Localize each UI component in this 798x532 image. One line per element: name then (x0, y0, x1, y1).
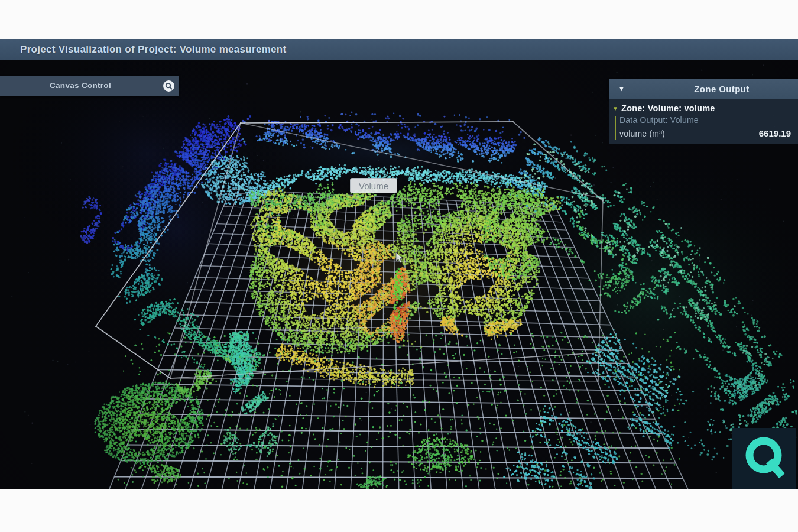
zone-row[interactable]: ▼ Zone: Volume: volume (612, 103, 792, 113)
zone-accent-line (615, 116, 616, 140)
zone-output-body: ▼ Zone: Volume: volume Data Output: Volu… (609, 99, 798, 144)
magnifier-icon[interactable] (163, 80, 174, 92)
volume-zone-tag[interactable]: Volume (350, 178, 397, 193)
metric-value: 6619.19 (759, 128, 792, 138)
canvas-control-label: Canvas Control (50, 81, 111, 90)
metric-label: volume (m³) (619, 129, 665, 138)
zone-output-panel: ▼ Zone Output ▼ Zone: Volume: volume Dat… (609, 79, 798, 144)
zone-output-header[interactable]: ▼ Zone Output (609, 79, 798, 99)
brand-logo (732, 428, 796, 489)
mouse-cursor-icon (395, 252, 404, 266)
metric-row: volume (m³) 6619.19 (619, 128, 792, 138)
zone-label: Zone: Volume: volume (621, 103, 715, 113)
app-window: Project Visualization of Project: Volume… (0, 0, 798, 532)
zone-output-title: Zone Output (609, 84, 798, 94)
canvas-control-panel[interactable]: Canvas Control (0, 76, 179, 96)
title-bar: Project Visualization of Project: Volume… (0, 39, 798, 60)
page-title: Project Visualization of Project: Volume… (0, 44, 286, 56)
q-letter-icon (732, 428, 796, 489)
data-output-label: Data Output: Volume (619, 115, 792, 125)
triangle-down-icon[interactable]: ▼ (612, 105, 618, 112)
application-view: Project Visualization of Project: Volume… (0, 39, 798, 489)
